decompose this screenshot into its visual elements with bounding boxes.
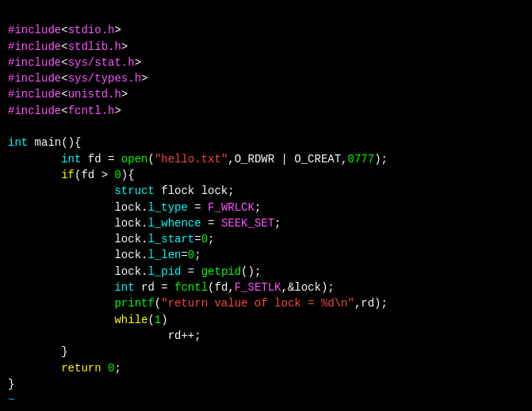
line-16: lock.l_pid = getpid();: [8, 265, 261, 278]
line-23: }: [8, 378, 14, 390]
line-17: int rd = fcntl(fd,F_SETLK,&lock);: [8, 281, 335, 294]
line-5: #include<unistd.h>: [8, 88, 128, 101]
line-24: ~: [8, 394, 14, 406]
line-8: int main(){: [8, 136, 81, 149]
line-22: return 0;: [8, 362, 121, 375]
line-6: #include<fcntl.h>: [8, 105, 121, 117]
line-20: rd++;: [8, 329, 201, 342]
line-11: struct flock lock;: [8, 185, 235, 197]
line-12: lock.l_type = F_WRLCK;: [8, 201, 261, 214]
line-4: #include<sys/types.h>: [8, 72, 147, 85]
line-21: }: [8, 345, 68, 358]
line-19: while(1): [8, 314, 168, 326]
line-14: lock.l_start=0;: [8, 233, 214, 245]
line-13: lock.l_whence = SEEK_SET;: [8, 217, 281, 230]
line-9: int fd = open("hello.txt",O_RDWR | O_CRE…: [8, 153, 388, 166]
line-1: #include<stdio.h>: [8, 24, 121, 36]
code-editor: #include<stdio.h> #include<stdlib.h> #in…: [8, 6, 524, 408]
line-18: printf("return value of lock = %d\n",rd)…: [8, 297, 388, 310]
line-2: #include<stdlib.h>: [8, 40, 128, 53]
line-10: if(fd > 0){: [8, 169, 135, 181]
line-15: lock.l_len=0;: [8, 249, 201, 261]
line-7: [8, 120, 14, 133]
line-3: #include<sys/stat.h>: [8, 56, 141, 69]
